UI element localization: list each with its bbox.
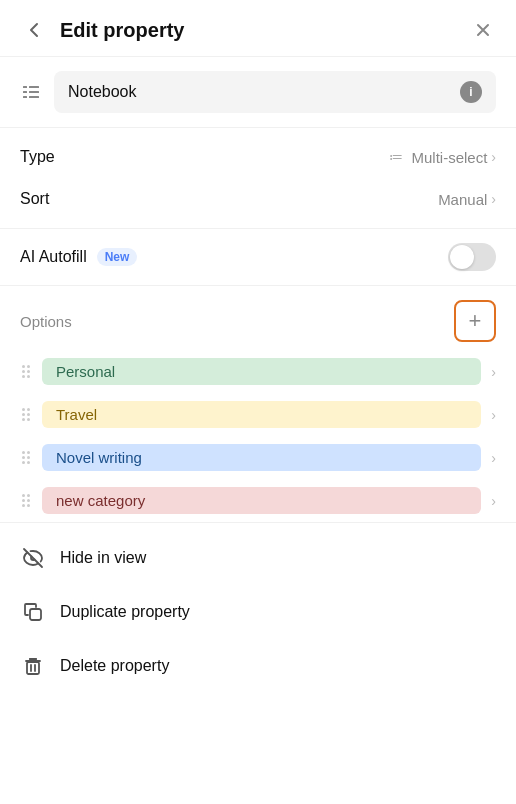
edit-property-panel: Edit property Notebook i (0, 0, 516, 701)
add-option-button[interactable]: + (454, 300, 496, 342)
hide-in-view-label: Hide in view (60, 549, 146, 567)
trash-icon (20, 653, 46, 679)
type-row[interactable]: Type ≔ Multi-select › (0, 136, 516, 178)
duplicate-property-label: Duplicate property (60, 603, 190, 621)
option-chevron-icon: › (491, 364, 496, 380)
options-header: Options + (0, 286, 516, 350)
header-left: Edit property (20, 16, 184, 44)
duplicate-property-action[interactable]: Duplicate property (0, 585, 516, 639)
header: Edit property (0, 0, 516, 57)
sort-chevron-icon: › (491, 191, 496, 207)
options-title: Options (20, 313, 72, 330)
multiselect-icon: ≔ (389, 149, 403, 165)
type-value-text: Multi-select (411, 149, 487, 166)
info-icon[interactable]: i (460, 81, 482, 103)
autofill-section: AI Autofill New (0, 229, 516, 286)
svg-rect-1 (23, 91, 27, 93)
autofill-left: AI Autofill New (20, 248, 137, 266)
option-tag-personal[interactable]: Personal (42, 358, 481, 385)
delete-property-action[interactable]: Delete property (0, 639, 516, 693)
drag-handle-icon[interactable] (20, 492, 32, 509)
drag-handle-icon[interactable] (20, 363, 32, 380)
sort-row[interactable]: Sort Manual › (0, 178, 516, 220)
delete-property-label: Delete property (60, 657, 169, 675)
svg-rect-5 (29, 96, 39, 98)
actions-section: Hide in view Duplicate property (0, 523, 516, 701)
list-item: Personal › (0, 350, 516, 393)
option-tag-novel-writing[interactable]: Novel writing (42, 444, 481, 471)
sort-value[interactable]: Manual › (438, 191, 496, 208)
toggle-knob (450, 245, 474, 269)
notebook-name: Notebook (68, 83, 137, 101)
svg-rect-4 (29, 91, 39, 93)
page-title: Edit property (60, 19, 184, 42)
list-item: Travel › (0, 393, 516, 436)
option-chevron-icon: › (491, 407, 496, 423)
svg-rect-0 (23, 86, 27, 88)
svg-rect-6 (30, 609, 41, 620)
hide-in-view-action[interactable]: Hide in view (0, 531, 516, 585)
svg-rect-7 (27, 662, 39, 674)
autofill-toggle[interactable] (448, 243, 496, 271)
list-icon (20, 81, 42, 103)
option-chevron-icon: › (491, 450, 496, 466)
property-settings: Type ≔ Multi-select › Sort Manual › (0, 128, 516, 229)
back-button[interactable] (20, 16, 48, 44)
autofill-label: AI Autofill (20, 248, 87, 266)
copy-icon (20, 599, 46, 625)
list-item: new category › (0, 479, 516, 522)
type-label: Type (20, 148, 55, 166)
drag-handle-icon[interactable] (20, 449, 32, 466)
option-tag-new-category[interactable]: new category (42, 487, 481, 514)
notebook-input[interactable]: Notebook i (54, 71, 496, 113)
option-chevron-icon: › (491, 493, 496, 509)
new-badge: New (97, 248, 138, 266)
eye-off-icon (20, 545, 46, 571)
svg-rect-3 (29, 86, 39, 88)
svg-rect-2 (23, 96, 27, 98)
notebook-row: Notebook i (0, 57, 516, 128)
type-value[interactable]: ≔ Multi-select › (389, 149, 496, 166)
list-item: Novel writing › (0, 436, 516, 479)
drag-handle-icon[interactable] (20, 406, 32, 423)
options-section: Options + Personal › Travel › (0, 286, 516, 523)
option-tag-travel[interactable]: Travel (42, 401, 481, 428)
sort-label: Sort (20, 190, 49, 208)
sort-value-text: Manual (438, 191, 487, 208)
type-chevron-icon: › (491, 149, 496, 165)
close-button[interactable] (470, 17, 496, 43)
